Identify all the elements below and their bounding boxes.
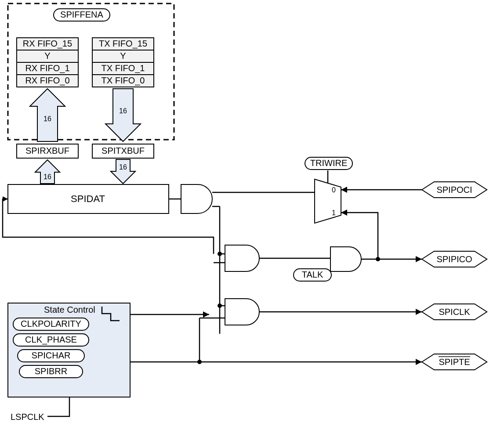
svg-text:TX FIFO_0: TX FIFO_0	[102, 76, 145, 86]
svg-text:Y: Y	[44, 51, 50, 61]
svg-text:16: 16	[119, 107, 127, 115]
svg-text:CLK_PHASE: CLK_PHASE	[25, 335, 77, 345]
svg-text:TRIWIRE: TRIWIRE	[310, 158, 347, 168]
svg-marker-50	[203, 311, 209, 318]
mux-in0-arrow	[341, 187, 347, 193]
svg-text:SPIBRR: SPIBRR	[35, 366, 67, 376]
lspclk-label: LSPCLK	[11, 412, 44, 422]
svg-marker-39	[416, 309, 422, 315]
svg-text:SPITXBUF: SPITXBUF	[102, 146, 145, 155]
and-gate-pico	[225, 245, 259, 271]
svg-text:SPIRXBUF: SPIRXBUF	[25, 146, 69, 155]
lspclk-wire	[47, 397, 69, 416]
and-gate-in	[181, 184, 212, 213]
svg-text:TX FIFO_1: TX FIFO_1	[102, 63, 145, 73]
node-696	[218, 303, 222, 308]
svg-text:TALK: TALK	[302, 270, 323, 279]
svg-text:1: 1	[332, 209, 336, 217]
svg-text:16: 16	[44, 173, 51, 181]
spi-block-diagram: SPIFFENA RX FIFO_15 Y RX FIFO_1 RX FIFO_…	[0, 0, 497, 448]
spiffena-label: SPIFFENA	[60, 10, 103, 19]
svg-text:0: 0	[332, 186, 336, 194]
tx-bus-arrow	[105, 89, 141, 141]
state-control-title: State Control	[44, 305, 95, 314]
svg-text:CLKPOLARITY: CLKPOLARITY	[21, 319, 81, 329]
svg-text:Y: Y	[120, 51, 126, 61]
svg-text:SPICLK: SPICLK	[439, 307, 470, 317]
svg-text:SPIPTE: SPIPTE	[439, 357, 470, 367]
svg-text:RX FIFO_1: RX FIFO_1	[25, 63, 69, 73]
pico-out-arrow	[416, 256, 422, 262]
spidat-shiftout-arrow	[3, 196, 8, 202]
svg-text:TX FIFO_15: TX FIFO_15	[99, 39, 147, 49]
mux	[315, 179, 341, 223]
rx-fifo: RX FIFO_15 Y RX FIFO_1 RX FIFO_0	[17, 38, 78, 87]
tx-fifo: TX FIFO_15 Y TX FIFO_1 TX FIFO_0	[92, 38, 154, 87]
and-gate-talk	[330, 247, 361, 271]
svg-text:SPIPICO: SPIPICO	[436, 254, 472, 264]
svg-text:SPIDAT: SPIDAT	[71, 193, 105, 204]
svg-marker-41	[416, 359, 422, 365]
svg-text:16: 16	[44, 115, 51, 123]
svg-text:SPIPOCI: SPIPOCI	[436, 185, 472, 195]
svg-text:RX FIFO_0: RX FIFO_0	[25, 76, 69, 86]
and-gate-clk	[225, 299, 259, 325]
node-578	[218, 252, 222, 256]
svg-text:16: 16	[119, 163, 127, 171]
svg-text:RX FIFO_15: RX FIFO_15	[23, 39, 72, 49]
mux-in1-arrow	[341, 210, 347, 216]
svg-text:SPICHAR: SPICHAR	[32, 350, 71, 360]
